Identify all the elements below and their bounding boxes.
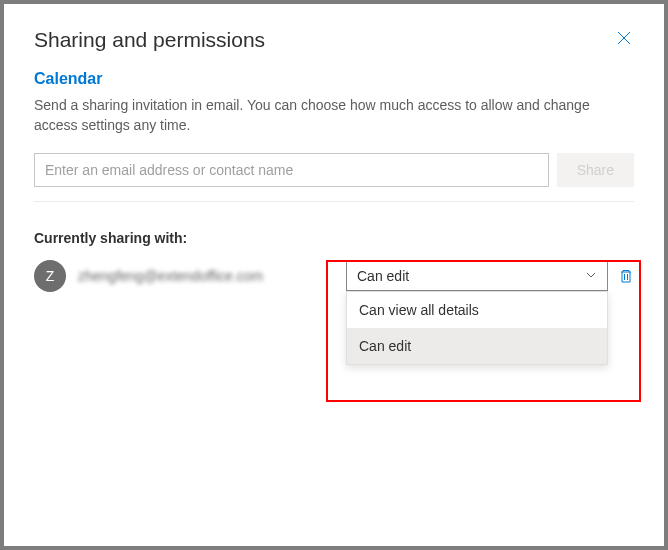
permission-dropdown: Can view all details Can edit	[346, 291, 608, 365]
permission-selected-label: Can edit	[357, 268, 409, 284]
sharing-permissions-dialog: Sharing and permissions Calendar Send a …	[4, 4, 664, 546]
contact-email: zhengfeng@extendoffice.com	[78, 268, 336, 284]
dialog-header: Sharing and permissions	[34, 28, 634, 52]
permission-select-button[interactable]: Can edit	[346, 261, 608, 291]
permission-option-can-edit[interactable]: Can edit	[347, 328, 607, 364]
permission-option-view-all[interactable]: Can view all details	[347, 292, 607, 328]
divider	[34, 201, 634, 202]
currently-sharing-heading: Currently sharing with:	[34, 230, 634, 246]
avatar: Z	[34, 260, 66, 292]
share-entry: Z zhengfeng@extendoffice.com Can edit Ca…	[34, 260, 634, 292]
calendar-subtitle: Calendar	[34, 70, 634, 88]
invite-row: Share	[34, 153, 634, 187]
permission-select[interactable]: Can edit Can view all details Can edit	[346, 261, 608, 291]
dialog-title: Sharing and permissions	[34, 28, 265, 52]
dialog-description: Send a sharing invitation in email. You …	[34, 96, 634, 135]
share-button[interactable]: Share	[557, 153, 634, 187]
close-icon[interactable]	[614, 28, 634, 48]
email-input[interactable]	[34, 153, 549, 187]
trash-icon[interactable]	[618, 268, 634, 284]
chevron-down-icon	[585, 268, 597, 284]
